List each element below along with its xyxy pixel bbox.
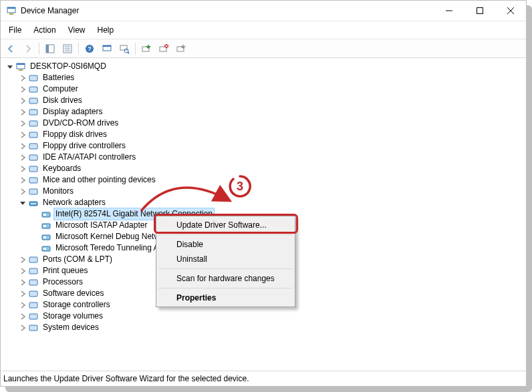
expand-arrow-icon[interactable]: [17, 164, 28, 174]
device-icon: [28, 73, 39, 83]
expand-arrow-icon[interactable]: [17, 118, 28, 129]
arrow-placeholder: [30, 232, 41, 242]
svg-rect-3: [477, 8, 483, 14]
tree-node-floppy-disk-drives[interactable]: Floppy disk drives: [1, 129, 526, 140]
tree-label: Monitors: [41, 186, 75, 197]
svg-rect-1: [7, 7, 15, 9]
expand-arrow-icon[interactable]: [5, 61, 15, 72]
tree-label: Keyboards: [41, 163, 82, 174]
menu-help[interactable]: Help: [92, 24, 120, 36]
tree-label: IDE ATA/ATAPI controllers: [41, 152, 137, 163]
update-driver-button[interactable]: [138, 41, 154, 57]
device-icon: [41, 209, 51, 220]
menu-file[interactable]: File: [3, 24, 27, 36]
svg-rect-35: [29, 178, 37, 183]
svg-rect-38: [31, 203, 36, 204]
expand-arrow-icon[interactable]: [17, 254, 28, 265]
ctx-update-driver[interactable]: Update Driver Software...: [158, 218, 293, 232]
tree-label: Floppy disk drives: [41, 129, 108, 140]
tree-node-keyboards[interactable]: Keyboards: [1, 163, 526, 174]
menu-view[interactable]: View: [63, 24, 91, 36]
svg-rect-44: [43, 236, 46, 238]
status-text: Launches the Update Driver Software Wiza…: [3, 374, 249, 383]
tree-node-system-devices[interactable]: System devices: [1, 322, 526, 333]
tree-label: Floppy drive controllers: [41, 140, 127, 152]
svg-rect-25: [19, 69, 23, 71]
tree-label: Computer: [41, 83, 80, 95]
device-icon: [28, 95, 39, 106]
tree-node-floppy-drive-controllers[interactable]: Floppy drive controllers: [1, 140, 526, 152]
tree-label: Processors: [41, 276, 84, 288]
expand-arrow-icon[interactable]: [17, 323, 28, 333]
svg-rect-13: [103, 45, 111, 47]
expand-arrow-icon[interactable]: [17, 95, 28, 106]
tree-node-disk-drives[interactable]: Disk drives: [1, 95, 526, 106]
ctx-scan[interactable]: Scan for hardware changes: [158, 271, 293, 286]
tree-label: Storage controllers: [41, 299, 112, 311]
action-button[interactable]: [99, 41, 115, 57]
device-icon: [28, 323, 39, 333]
scan-button[interactable]: [116, 41, 132, 57]
context-menu: Update Driver Software... Disable Uninst…: [156, 216, 295, 307]
tree-node-computer[interactable]: Computer: [1, 83, 526, 95]
expand-arrow-icon[interactable]: [17, 186, 28, 197]
close-button[interactable]: [495, 1, 526, 21]
device-icon: [28, 277, 39, 288]
show-hide-tree-button[interactable]: [42, 41, 58, 57]
device-icon: [41, 220, 51, 231]
toolbar: ?: [1, 39, 526, 58]
properties-button[interactable]: [59, 41, 76, 57]
expand-arrow-icon[interactable]: [17, 141, 28, 152]
expand-arrow-icon[interactable]: [17, 311, 28, 322]
minimize-button[interactable]: [434, 1, 464, 21]
menubar: File Action View Help: [1, 21, 526, 39]
statusbar: Launches the Update Driver Software Wiza…: [1, 371, 526, 386]
forward-button[interactable]: [20, 41, 36, 57]
titlebar: Device Manager: [1, 1, 526, 21]
uninstall-button[interactable]: [156, 41, 172, 57]
back-button[interactable]: [3, 41, 19, 57]
device-tree[interactable]: DESKTOP-0SI6MQDBatteriesComputerDisk dri…: [1, 58, 526, 371]
expand-arrow-icon[interactable]: [17, 152, 28, 163]
svg-rect-28: [29, 98, 37, 104]
device-icon: [28, 186, 39, 197]
expand-arrow-icon[interactable]: [17, 175, 28, 186]
tree-node-display-adapters[interactable]: Display adapters: [1, 106, 526, 118]
ctx-uninstall[interactable]: Uninstall: [158, 252, 293, 266]
tree-label: Mice and other pointing devices: [41, 174, 157, 186]
expand-arrow-icon[interactable]: [17, 107, 28, 118]
ctx-disable[interactable]: Disable: [158, 237, 293, 252]
expand-arrow-icon[interactable]: [17, 266, 28, 276]
tree-node-network-adapters[interactable]: Network adapters: [1, 197, 526, 208]
menu-action[interactable]: Action: [28, 24, 61, 36]
tree-label: Storage volumes: [41, 311, 104, 322]
disable-button[interactable]: [173, 41, 189, 57]
tree-node-monitors[interactable]: Monitors: [1, 186, 526, 197]
device-icon: [28, 175, 39, 186]
tree-label: Software devices: [41, 288, 105, 299]
help-button[interactable]: ?: [82, 41, 98, 57]
tree-node-root[interactable]: DESKTOP-0SI6MQD: [1, 61, 526, 72]
arrow-placeholder: [30, 243, 41, 254]
expand-arrow-icon[interactable]: [17, 300, 28, 311]
arrow-placeholder: [30, 209, 41, 220]
maximize-button[interactable]: [464, 1, 495, 21]
tree-node-storage-volumes[interactable]: Storage volumes: [1, 311, 526, 322]
expand-arrow-icon[interactable]: [17, 288, 28, 299]
expand-arrow-icon[interactable]: [17, 198, 28, 208]
expand-arrow-icon[interactable]: [17, 130, 28, 140]
tree-node-batteries[interactable]: Batteries: [1, 72, 526, 83]
expand-arrow-icon[interactable]: [17, 73, 28, 83]
tree-node-mice-and-other-pointing-devices[interactable]: Mice and other pointing devices: [1, 174, 526, 186]
expand-arrow-icon[interactable]: [17, 84, 28, 95]
svg-rect-2: [9, 13, 13, 15]
device-icon: [28, 266, 39, 276]
svg-rect-52: [29, 314, 37, 319]
svg-rect-26: [29, 75, 37, 81]
tree-label: Disk drives: [41, 95, 84, 106]
tree-node-ide-ata-atapi-controllers[interactable]: IDE ATA/ATAPI controllers: [1, 152, 526, 163]
ctx-properties[interactable]: Properties: [158, 290, 293, 305]
expand-arrow-icon[interactable]: [17, 277, 28, 288]
device-icon: [28, 118, 39, 129]
tree-node-dvd-cd-rom-drives[interactable]: DVD/CD-ROM drives: [1, 118, 526, 129]
